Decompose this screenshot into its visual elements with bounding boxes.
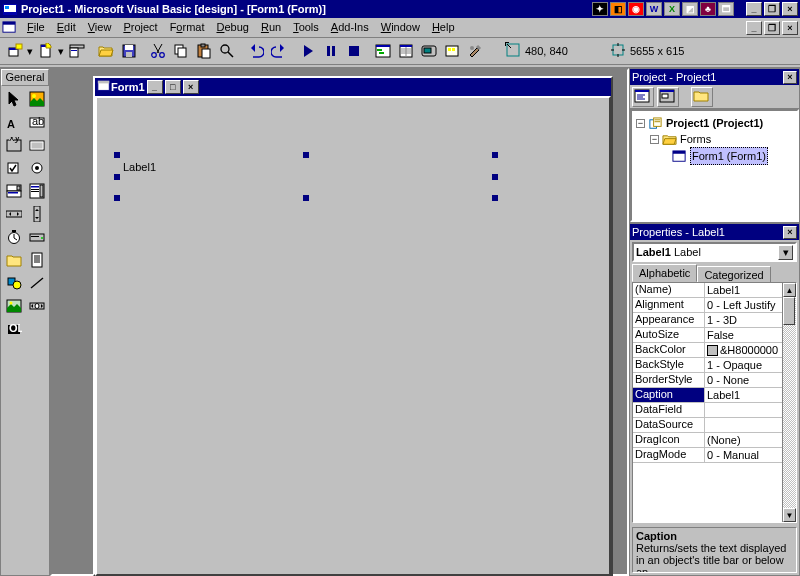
tool-picturebox[interactable] bbox=[26, 88, 48, 110]
menu-help[interactable]: Help bbox=[426, 20, 461, 35]
save-button[interactable] bbox=[117, 40, 140, 62]
mdi-system-icon[interactable] bbox=[2, 20, 17, 35]
tree-root[interactable]: − Project1 (Project1) bbox=[636, 115, 793, 131]
paste-button[interactable] bbox=[192, 40, 215, 62]
tool-label[interactable]: A bbox=[3, 111, 25, 133]
property-value[interactable]: 0 - Left Justify bbox=[705, 298, 782, 312]
add-item-button[interactable] bbox=[34, 40, 57, 62]
tab-alphabetic[interactable]: Alphabetic bbox=[632, 264, 697, 282]
property-value[interactable]: &H8000000 bbox=[705, 343, 782, 357]
label-control[interactable]: Label1 bbox=[117, 155, 495, 198]
object-combobox[interactable]: Label1 Label ▾ bbox=[632, 242, 797, 262]
menu-run[interactable]: Run bbox=[255, 20, 287, 35]
tree-folder[interactable]: − Forms bbox=[636, 131, 793, 147]
toggle-folders-button[interactable] bbox=[691, 87, 713, 107]
tool-textbox[interactable]: ab| bbox=[26, 111, 48, 133]
chevron-down-icon[interactable]: ▾ bbox=[778, 245, 793, 260]
tray-icon[interactable]: ✦ bbox=[592, 2, 608, 16]
resize-handle-ne[interactable] bbox=[492, 152, 498, 158]
redo-button[interactable] bbox=[267, 40, 290, 62]
property-value[interactable]: (None) bbox=[705, 433, 782, 447]
menu-editor-button[interactable] bbox=[65, 40, 88, 62]
resize-handle-nw[interactable] bbox=[114, 152, 120, 158]
menu-file[interactable]: File bbox=[21, 20, 51, 35]
property-row[interactable]: DragIcon(None) bbox=[633, 433, 782, 448]
tool-pointer[interactable] bbox=[3, 88, 25, 110]
project-panel-close-button[interactable]: × bbox=[783, 71, 797, 84]
form-minimize-button[interactable]: _ bbox=[147, 80, 163, 94]
end-button[interactable] bbox=[342, 40, 365, 62]
expander-icon[interactable]: − bbox=[636, 119, 645, 128]
property-value[interactable]: 1 - 3D bbox=[705, 313, 782, 327]
tool-checkbox[interactable] bbox=[3, 157, 25, 179]
tray-icon[interactable]: ◧ bbox=[610, 2, 626, 16]
tray-excel-icon[interactable]: X bbox=[664, 2, 680, 16]
menu-edit[interactable]: Edit bbox=[51, 20, 82, 35]
menu-project[interactable]: Project bbox=[117, 20, 163, 35]
property-row[interactable]: CaptionLabel1 bbox=[633, 388, 782, 403]
resize-handle-se[interactable] bbox=[492, 195, 498, 201]
property-value[interactable]: False bbox=[705, 328, 782, 342]
tool-filelistbox[interactable] bbox=[26, 249, 48, 271]
tool-commandbutton[interactable] bbox=[26, 134, 48, 156]
break-button[interactable] bbox=[319, 40, 342, 62]
toolbox-tab-general[interactable]: General bbox=[1, 69, 49, 86]
tool-optionbutton[interactable] bbox=[26, 157, 48, 179]
app-minimize-button[interactable]: _ bbox=[746, 2, 762, 16]
form-close-button[interactable]: × bbox=[183, 80, 199, 94]
properties-window-button[interactable] bbox=[394, 40, 417, 62]
menu-view[interactable]: View bbox=[82, 20, 118, 35]
tool-ole[interactable]: OLE bbox=[3, 318, 25, 340]
property-value[interactable]: 1 - Opaque bbox=[705, 358, 782, 372]
tool-drivelistbox[interactable] bbox=[26, 226, 48, 248]
tool-line[interactable] bbox=[26, 272, 48, 294]
tool-shape[interactable] bbox=[3, 272, 25, 294]
tray-icon[interactable]: ◉ bbox=[628, 2, 644, 16]
menu-format[interactable]: Format bbox=[164, 20, 211, 35]
form-maximize-button[interactable]: □ bbox=[165, 80, 181, 94]
scroll-down-button[interactable]: ▼ bbox=[783, 508, 796, 522]
resize-handle-e[interactable] bbox=[492, 174, 498, 180]
property-value[interactable] bbox=[705, 403, 782, 417]
tool-hscrollbar[interactable] bbox=[3, 203, 25, 225]
property-value[interactable] bbox=[705, 418, 782, 432]
properties-grid[interactable]: (Name)Label1Alignment0 - Left JustifyApp… bbox=[632, 282, 797, 523]
property-value[interactable]: Label1 bbox=[705, 283, 782, 297]
property-value[interactable]: 0 - None bbox=[705, 373, 782, 387]
tray-icon[interactable]: 🗔 bbox=[718, 2, 734, 16]
copy-button[interactable] bbox=[169, 40, 192, 62]
add-project-dropdown[interactable]: ▾ bbox=[26, 45, 34, 58]
open-button[interactable] bbox=[94, 40, 117, 62]
view-object-button[interactable] bbox=[657, 87, 679, 107]
object-browser-button[interactable] bbox=[440, 40, 463, 62]
mdi-close-button[interactable]: × bbox=[782, 21, 798, 35]
resize-handle-n[interactable] bbox=[303, 152, 309, 158]
property-row[interactable]: BackStyle1 - Opaque bbox=[633, 358, 782, 373]
property-row[interactable]: DataField bbox=[633, 403, 782, 418]
resize-handle-w[interactable] bbox=[114, 174, 120, 180]
app-close-button[interactable]: × bbox=[782, 2, 798, 16]
properties-scrollbar[interactable]: ▲ ▼ bbox=[782, 283, 796, 522]
mdi-restore-button[interactable]: ❐ bbox=[764, 21, 780, 35]
property-row[interactable]: BorderStyle0 - None bbox=[633, 373, 782, 388]
add-project-button[interactable] bbox=[3, 40, 26, 62]
add-item-dropdown[interactable]: ▾ bbox=[57, 45, 65, 58]
tray-word-icon[interactable]: W bbox=[646, 2, 662, 16]
properties-panel-close-button[interactable]: × bbox=[783, 226, 797, 239]
tool-image[interactable] bbox=[3, 295, 25, 317]
tool-dirlistbox[interactable] bbox=[3, 249, 25, 271]
property-row[interactable]: BackColor&H8000000 bbox=[633, 343, 782, 358]
resize-handle-sw[interactable] bbox=[114, 195, 120, 201]
form-design-surface[interactable]: Label1 bbox=[95, 96, 611, 576]
property-value[interactable]: Label1 bbox=[705, 388, 782, 402]
property-row[interactable]: (Name)Label1 bbox=[633, 283, 782, 298]
tool-timer[interactable] bbox=[3, 226, 25, 248]
menu-window[interactable]: Window bbox=[375, 20, 426, 35]
undo-button[interactable] bbox=[244, 40, 267, 62]
expander-icon[interactable]: − bbox=[650, 135, 659, 144]
property-row[interactable]: AutoSizeFalse bbox=[633, 328, 782, 343]
resize-handle-s[interactable] bbox=[303, 195, 309, 201]
tool-data[interactable] bbox=[26, 295, 48, 317]
app-maximize-button[interactable]: ❐ bbox=[764, 2, 780, 16]
form-designer-window[interactable]: Form1 _ □ × Label1 bbox=[93, 76, 613, 576]
